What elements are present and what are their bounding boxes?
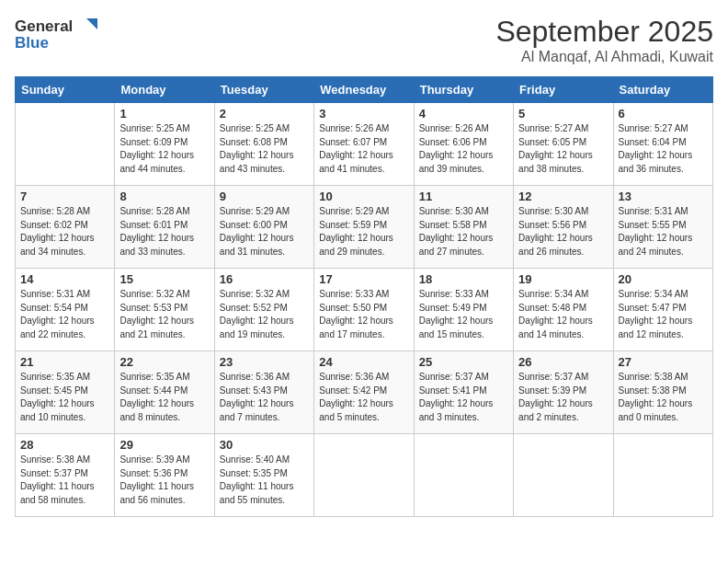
day-info: Sunrise: 5:35 AM Sunset: 5:45 PM Dayligh…: [20, 371, 109, 424]
calendar-cell: 11Sunrise: 5:30 AM Sunset: 5:58 PM Dayli…: [414, 186, 513, 269]
weekday-header: Friday: [514, 77, 613, 103]
calendar-cell: 29Sunrise: 5:39 AM Sunset: 5:36 PM Dayli…: [115, 434, 214, 517]
day-info: Sunrise: 5:32 AM Sunset: 5:53 PM Dayligh…: [119, 288, 209, 341]
calendar-table: SundayMondayTuesdayWednesdayThursdayFrid…: [15, 76, 713, 517]
calendar-cell: 20Sunrise: 5:34 AM Sunset: 5:47 PM Dayli…: [613, 269, 712, 351]
day-info: Sunrise: 5:28 AM Sunset: 6:01 PM Dayligh…: [119, 205, 209, 259]
day-number: 13: [619, 190, 708, 203]
day-number: 27: [619, 355, 708, 369]
day-number: 18: [419, 272, 508, 286]
calendar-cell: 22Sunrise: 5:35 AM Sunset: 5:44 PM Dayli…: [115, 351, 214, 434]
day-number: 9: [220, 190, 309, 203]
day-number: 10: [319, 190, 408, 203]
day-info: Sunrise: 5:32 AM Sunset: 5:52 PM Dayligh…: [220, 288, 309, 341]
day-info: Sunrise: 5:35 AM Sunset: 5:44 PM Dayligh…: [119, 371, 209, 424]
calendar-cell: 13Sunrise: 5:31 AM Sunset: 5:55 PM Dayli…: [613, 186, 712, 269]
day-info: Sunrise: 5:39 AM Sunset: 5:36 PM Dayligh…: [119, 454, 209, 507]
day-number: 12: [518, 190, 608, 203]
day-info: Sunrise: 5:31 AM Sunset: 5:55 PM Dayligh…: [619, 205, 708, 259]
day-number: 23: [220, 355, 309, 369]
day-info: Sunrise: 5:25 AM Sunset: 6:08 PM Dayligh…: [220, 122, 309, 176]
header: General Blue September 2025 Al Manqaf, A…: [15, 15, 713, 65]
calendar-cell: [514, 434, 613, 517]
day-info: Sunrise: 5:36 AM Sunset: 5:42 PM Dayligh…: [319, 371, 408, 424]
day-info: Sunrise: 5:37 AM Sunset: 5:41 PM Dayligh…: [419, 371, 508, 424]
day-info: Sunrise: 5:38 AM Sunset: 5:37 PM Dayligh…: [20, 454, 109, 507]
day-number: 11: [419, 190, 508, 203]
calendar-cell: 10Sunrise: 5:29 AM Sunset: 5:59 PM Dayli…: [314, 186, 414, 269]
day-number: 28: [20, 438, 109, 452]
calendar-cell: 3Sunrise: 5:26 AM Sunset: 6:07 PM Daylig…: [314, 103, 414, 186]
day-number: 16: [220, 272, 309, 286]
day-info: Sunrise: 5:33 AM Sunset: 5:50 PM Dayligh…: [319, 288, 408, 341]
calendar-cell: 24Sunrise: 5:36 AM Sunset: 5:42 PM Dayli…: [314, 351, 414, 434]
day-number: 8: [119, 190, 209, 203]
weekday-header: Sunday: [16, 77, 115, 103]
svg-text:General: General: [15, 17, 73, 35]
day-number: 25: [419, 355, 508, 369]
calendar-cell: 28Sunrise: 5:38 AM Sunset: 5:37 PM Dayli…: [16, 434, 115, 517]
day-info: Sunrise: 5:33 AM Sunset: 5:49 PM Dayligh…: [419, 288, 508, 341]
day-info: Sunrise: 5:36 AM Sunset: 5:43 PM Dayligh…: [220, 371, 309, 424]
calendar-cell: 4Sunrise: 5:26 AM Sunset: 6:06 PM Daylig…: [414, 103, 513, 186]
day-info: Sunrise: 5:29 AM Sunset: 5:59 PM Dayligh…: [319, 205, 408, 259]
svg-text:Blue: Blue: [15, 34, 49, 52]
calendar-cell: [16, 103, 115, 186]
weekday-header: Tuesday: [214, 77, 313, 103]
day-number: 2: [220, 107, 309, 121]
day-number: 4: [419, 107, 508, 121]
day-info: Sunrise: 5:40 AM Sunset: 5:35 PM Dayligh…: [220, 454, 309, 507]
day-number: 6: [619, 107, 708, 121]
calendar-cell: [414, 434, 513, 517]
calendar-cell: 30Sunrise: 5:40 AM Sunset: 5:35 PM Dayli…: [214, 434, 313, 517]
day-number: 26: [518, 355, 608, 369]
day-info: Sunrise: 5:26 AM Sunset: 6:06 PM Dayligh…: [419, 122, 508, 176]
day-info: Sunrise: 5:38 AM Sunset: 5:38 PM Dayligh…: [619, 371, 708, 424]
day-info: Sunrise: 5:37 AM Sunset: 5:39 PM Dayligh…: [518, 371, 608, 424]
day-number: 7: [20, 190, 109, 203]
calendar-cell: 15Sunrise: 5:32 AM Sunset: 5:53 PM Dayli…: [115, 269, 214, 351]
day-number: 17: [319, 272, 408, 286]
day-number: 30: [220, 438, 309, 452]
day-info: Sunrise: 5:34 AM Sunset: 5:48 PM Dayligh…: [518, 288, 608, 341]
day-info: Sunrise: 5:34 AM Sunset: 5:47 PM Dayligh…: [619, 288, 708, 341]
calendar-cell: 6Sunrise: 5:27 AM Sunset: 6:04 PM Daylig…: [613, 103, 712, 186]
calendar-cell: [613, 434, 712, 517]
calendar-cell: 27Sunrise: 5:38 AM Sunset: 5:38 PM Dayli…: [613, 351, 712, 434]
calendar-cell: 18Sunrise: 5:33 AM Sunset: 5:49 PM Dayli…: [414, 269, 513, 351]
day-number: 15: [119, 272, 209, 286]
weekday-header: Wednesday: [314, 77, 414, 103]
calendar-cell: 26Sunrise: 5:37 AM Sunset: 5:39 PM Dayli…: [514, 351, 613, 434]
title-area: September 2025 Al Manqaf, Al Ahmadi, Kuw…: [495, 15, 713, 65]
calendar-cell: 2Sunrise: 5:25 AM Sunset: 6:08 PM Daylig…: [214, 103, 313, 186]
day-number: 29: [119, 438, 209, 452]
day-number: 24: [319, 355, 408, 369]
calendar-cell: 9Sunrise: 5:29 AM Sunset: 6:00 PM Daylig…: [214, 186, 313, 269]
calendar-cell: [314, 434, 414, 517]
calendar-cell: 14Sunrise: 5:31 AM Sunset: 5:54 PM Dayli…: [16, 269, 115, 351]
calendar-cell: 17Sunrise: 5:33 AM Sunset: 5:50 PM Dayli…: [314, 269, 414, 351]
calendar-cell: 1Sunrise: 5:25 AM Sunset: 6:09 PM Daylig…: [115, 103, 214, 186]
day-info: Sunrise: 5:31 AM Sunset: 5:54 PM Dayligh…: [20, 288, 109, 341]
day-number: 3: [319, 107, 408, 121]
weekday-header: Thursday: [414, 77, 513, 103]
day-number: 22: [119, 355, 209, 369]
day-info: Sunrise: 5:30 AM Sunset: 5:56 PM Dayligh…: [518, 205, 608, 259]
day-number: 21: [20, 355, 109, 369]
day-number: 14: [20, 272, 109, 286]
weekday-header: Monday: [115, 77, 214, 103]
weekday-header: Saturday: [613, 77, 712, 103]
day-number: 1: [119, 107, 209, 121]
day-number: 5: [518, 107, 608, 121]
calendar-cell: 19Sunrise: 5:34 AM Sunset: 5:48 PM Dayli…: [514, 269, 613, 351]
location-title: Al Manqaf, Al Ahmadi, Kuwait: [495, 49, 713, 65]
day-info: Sunrise: 5:30 AM Sunset: 5:58 PM Dayligh…: [419, 205, 508, 259]
day-info: Sunrise: 5:25 AM Sunset: 6:09 PM Dayligh…: [119, 122, 209, 176]
day-number: 20: [619, 272, 708, 286]
day-info: Sunrise: 5:27 AM Sunset: 6:04 PM Dayligh…: [619, 122, 708, 176]
calendar-cell: 8Sunrise: 5:28 AM Sunset: 6:01 PM Daylig…: [115, 186, 214, 269]
month-title: September 2025: [495, 15, 713, 49]
day-number: 19: [518, 272, 608, 286]
calendar-cell: 5Sunrise: 5:27 AM Sunset: 6:05 PM Daylig…: [514, 103, 613, 186]
day-info: Sunrise: 5:27 AM Sunset: 6:05 PM Dayligh…: [518, 122, 608, 176]
